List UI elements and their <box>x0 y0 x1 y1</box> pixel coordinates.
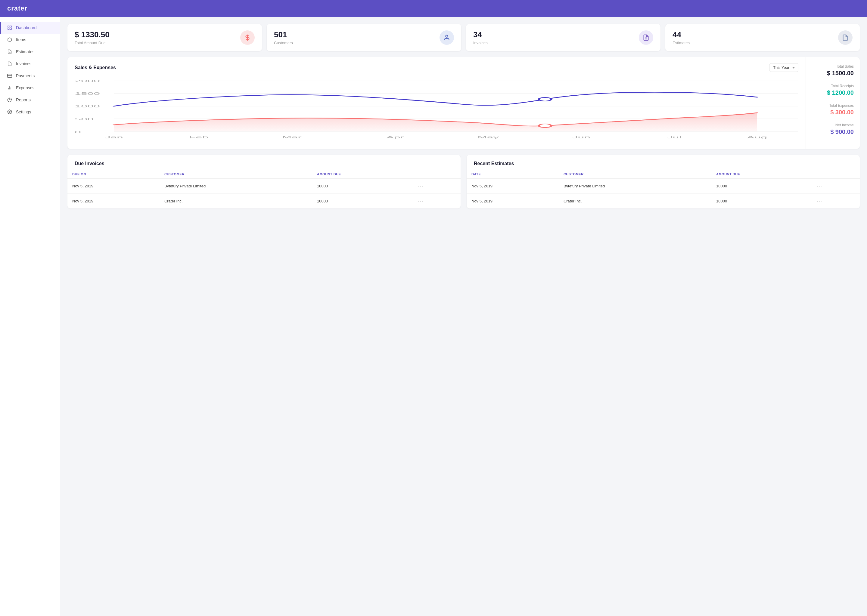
chart-header: Sales & Expenses This Year Last Year <box>75 63 798 72</box>
chart-title: Sales & Expenses <box>75 65 116 71</box>
sidebar-label-payments: Payments <box>16 73 35 78</box>
stat-card-info-invoices: 34 Invoices <box>473 30 488 45</box>
sidebar-label-settings: Settings <box>16 110 31 114</box>
due-invoices-tbody: Nov 5, 2019 Bytefury Private Limited 100… <box>68 179 460 209</box>
col-amount-due: AMOUNT DUE <box>711 170 812 179</box>
col-customer: CUSTOMER <box>159 170 312 179</box>
sidebar-label-expenses: Expenses <box>16 85 34 90</box>
sidebar-item-items[interactable]: Items <box>0 34 60 46</box>
col-actions <box>812 170 860 179</box>
actions-cell: ··· <box>413 179 460 194</box>
sidebar-item-settings[interactable]: Settings <box>0 106 60 118</box>
app-logo: crater <box>7 5 27 13</box>
svg-text:500: 500 <box>75 117 94 121</box>
chart-stat-label: Net Income <box>812 123 854 127</box>
sidebar-item-estimates[interactable]: Estimates <box>0 46 60 58</box>
more-button[interactable]: ··· <box>418 183 424 189</box>
due-invoices-card: Due Invoices DUE ON CUSTOMER AMOUNT DUE … <box>68 155 460 209</box>
actions-cell: ··· <box>812 194 860 209</box>
col-customer: CUSTOMER <box>559 170 711 179</box>
gear-icon <box>7 109 13 115</box>
recent-estimates-tbody: Nov 5, 2019 Bytefury Private Limited 100… <box>467 179 860 209</box>
sidebar-item-expenses[interactable]: Expenses <box>0 82 60 94</box>
stat-label-total-amount-due: Total Amount Due <box>75 41 110 45</box>
customer-cell: Crater Inc. <box>159 194 312 209</box>
stat-card-customers: 501 Customers <box>267 24 461 51</box>
chart-stat-label: Total Expenses <box>812 104 854 108</box>
stat-card-total-amount-due: $ 1330.50 Total Amount Due <box>68 24 262 51</box>
chart-stat-total-sales: Total Sales $ 1500.00 <box>812 64 854 77</box>
stat-value-total-amount-due: $ 1330.50 <box>75 30 110 39</box>
sidebar-item-payments[interactable]: Payments <box>0 70 60 82</box>
recent-estimates-thead: DATE CUSTOMER AMOUNT DUE <box>467 170 860 179</box>
stat-card-info-customers: 501 Customers <box>274 30 293 45</box>
due-invoices-title: Due Invoices <box>68 155 460 170</box>
col-date: DATE <box>467 170 559 179</box>
sidebar-item-dashboard[interactable]: Dashboard <box>0 22 60 34</box>
sidebar-label-invoices: Invoices <box>16 61 31 66</box>
sidebar-label-items: Items <box>16 37 26 42</box>
recent-estimates-card: Recent Estimates DATE CUSTOMER AMOUNT DU… <box>467 155 860 209</box>
year-select[interactable]: This Year Last Year <box>769 63 798 72</box>
svg-text:Aug: Aug <box>747 135 767 139</box>
date-cell: Nov 5, 2019 <box>467 194 559 209</box>
table-row: Nov 5, 2019 Crater Inc. 10000 ··· <box>68 194 460 209</box>
recent-estimates-title: Recent Estimates <box>467 155 860 170</box>
customer-cell: Bytefury Private Limited <box>159 179 312 194</box>
stat-card-info-estimates: 44 Estimates <box>673 30 690 45</box>
date-cell: Nov 5, 2019 <box>467 179 559 194</box>
grid-icon <box>7 25 13 30</box>
svg-text:0: 0 <box>75 130 81 134</box>
user-icon <box>440 30 454 45</box>
recent-estimates-table: DATE CUSTOMER AMOUNT DUE Nov 5, 2019 Byt… <box>467 170 860 209</box>
svg-text:Jun: Jun <box>572 135 590 139</box>
chart-main: Sales & Expenses This Year Last Year 200… <box>68 57 806 149</box>
top-header: crater <box>0 0 867 17</box>
more-button[interactable]: ··· <box>418 198 424 204</box>
sidebar-label-dashboard: Dashboard <box>16 25 37 30</box>
dollar-icon <box>240 30 255 45</box>
chart-stat-value: $ 300.00 <box>812 109 854 116</box>
svg-point-12 <box>9 111 10 113</box>
chart-section: Sales & Expenses This Year Last Year 200… <box>68 57 860 149</box>
svg-rect-2 <box>8 28 9 30</box>
chart-stat-value: $ 1500.00 <box>812 70 854 77</box>
svg-text:Jan: Jan <box>105 135 123 139</box>
chart-stat-total-expenses: Total Expenses $ 300.00 <box>812 104 854 116</box>
chart-stats-panel: Total Sales $ 1500.00 Total Receipts $ 1… <box>806 57 860 149</box>
actions-cell: ··· <box>812 179 860 194</box>
sidebar-label-estimates: Estimates <box>16 49 34 54</box>
sidebar: Dashboard Items Estimates Invoices Payme… <box>0 17 60 616</box>
chart-stat-label: Total Sales <box>812 64 854 69</box>
chart-stat-value: $ 900.00 <box>812 129 854 135</box>
svg-rect-1 <box>10 26 11 27</box>
svg-rect-0 <box>8 26 9 27</box>
file-icon <box>7 61 13 66</box>
more-button[interactable]: ··· <box>817 183 823 189</box>
stat-card-invoices: 34 Invoices <box>466 24 660 51</box>
chart-canvas: 2000 1500 1000 500 0 <box>75 77 798 143</box>
svg-text:2000: 2000 <box>75 79 100 83</box>
svg-text:Jul: Jul <box>667 135 681 139</box>
box-icon <box>7 37 13 42</box>
table-row: Nov 5, 2019 Bytefury Private Limited 100… <box>68 179 460 194</box>
more-button[interactable]: ··· <box>817 198 823 204</box>
stat-value-customers: 501 <box>274 30 293 39</box>
stat-label-invoices: Invoices <box>473 41 488 45</box>
stat-card-info-total-amount-due: $ 1330.50 Total Amount Due <box>75 30 110 45</box>
due-on-cell: Nov 5, 2019 <box>68 194 159 209</box>
main-content: $ 1330.50 Total Amount Due 501 Customers… <box>60 17 867 616</box>
customer-cell: Bytefury Private Limited <box>559 179 711 194</box>
due-invoices-thead: DUE ON CUSTOMER AMOUNT DUE <box>68 170 460 179</box>
tables-section: Due Invoices DUE ON CUSTOMER AMOUNT DUE … <box>68 155 860 209</box>
svg-rect-7 <box>8 74 12 78</box>
bar-chart-icon <box>7 85 13 91</box>
svg-rect-3 <box>10 28 11 30</box>
invoice-icon <box>639 30 653 45</box>
customer-cell: Crater Inc. <box>559 194 711 209</box>
table-row: Nov 5, 2019 Bytefury Private Limited 100… <box>467 179 860 194</box>
actions-cell: ··· <box>413 194 460 209</box>
sidebar-item-reports[interactable]: Reports <box>0 94 60 106</box>
sidebar-item-invoices[interactable]: Invoices <box>0 58 60 70</box>
sidebar-label-reports: Reports <box>16 97 31 102</box>
